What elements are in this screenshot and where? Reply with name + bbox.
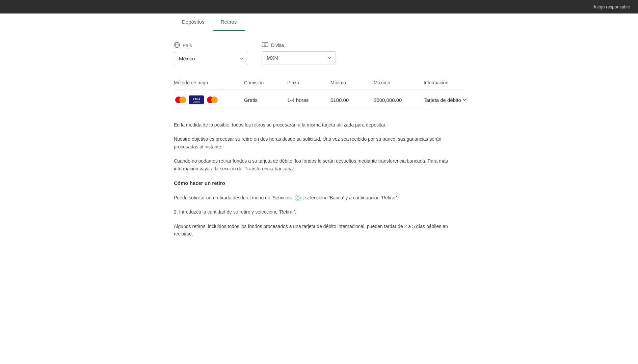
- header-plazo: Plazo: [287, 80, 328, 85]
- divisa-group: Divisa MXN USD EUR: [262, 42, 336, 65]
- top-bar: Juego responsable: [0, 0, 638, 13]
- payment-table: Método de pago Comisión Plazo Mínimo Máx…: [174, 77, 464, 110]
- responsible-gaming-link[interactable]: Juego responsable: [593, 4, 630, 9]
- info-heading-retiro: Cómo hacer un retiro: [174, 179, 464, 187]
- comision-value: Gratis: [244, 97, 285, 103]
- info-dropdown[interactable]: Tarjeta de débito: [424, 97, 484, 103]
- pais-group: País México España Argentina: [174, 42, 248, 65]
- svg-rect-4: [263, 43, 264, 47]
- tabs-nav: Depósitos Retiros: [174, 13, 464, 31]
- header-minimo: Mínimo: [330, 80, 371, 85]
- minimo-value: $100.00: [330, 97, 371, 103]
- table-row: VISA DEBIT Gratis 1-4 horas $100.00 $500…: [174, 90, 464, 110]
- info-paragraph-5: Puede solicitar una retirada desde el me…: [174, 194, 464, 201]
- info-paragraph-3: Cuando no podamos retirar fondos a su ta…: [174, 157, 464, 172]
- info-paragraph-1: En la medida de lo posible, todos los re…: [174, 121, 464, 129]
- divisa-label-text: Divisa: [271, 43, 284, 48]
- dropdowns-row: País México España Argentina Divisa: [174, 42, 464, 65]
- pais-label: País: [174, 42, 248, 49]
- info-paragraph-7: Algunos retiros, incluidos todos los fon…: [174, 223, 464, 238]
- visa-debit-card: VISA DEBIT: [189, 95, 204, 105]
- mc-orange-circle: [211, 96, 218, 103]
- svg-rect-5: [267, 43, 267, 47]
- svg-rect-3: [262, 43, 268, 47]
- tab-retiros[interactable]: Retiros: [213, 13, 245, 31]
- header-informacion: Información: [424, 80, 484, 85]
- header-comision: Comisión: [244, 80, 285, 85]
- svg-point-6: [264, 44, 266, 46]
- services-icon: [295, 195, 301, 201]
- maximo-value: $500,000.00: [374, 97, 421, 103]
- table-header: Método de pago Comisión Plazo Mínimo Máx…: [174, 77, 464, 90]
- info-section: En la medida de lo posible, todos los re…: [174, 121, 464, 238]
- payment-logos: VISA DEBIT: [174, 95, 241, 105]
- maestro-card: [174, 95, 187, 105]
- info-paragraph-6: 2. Introduzca la cantidad de su retiro y…: [174, 208, 464, 216]
- pais-select[interactable]: México España Argentina: [174, 52, 248, 65]
- mastercard-card: [206, 95, 219, 105]
- plazo-value: 1-4 horas: [287, 97, 328, 103]
- main-content: Depósitos Retiros País México España Arg…: [167, 13, 471, 258]
- maestro-orange-circle: [179, 96, 186, 103]
- info-paragraph-2: Nuestro objetivo es procesar su retiro e…: [174, 135, 464, 150]
- visa-text: VISA: [193, 97, 201, 101]
- debit-text: DEBIT: [193, 101, 201, 103]
- divisa-label: Divisa: [262, 42, 336, 49]
- maestro-circles: [175, 96, 186, 103]
- mc-circles: [207, 96, 218, 103]
- pais-label-text: País: [183, 43, 192, 48]
- divisa-select[interactable]: MXN USD EUR: [262, 51, 336, 64]
- tab-depositos[interactable]: Depósitos: [174, 13, 213, 31]
- globe-icon: [174, 42, 180, 49]
- header-maximo: Máximo: [374, 80, 421, 85]
- header-metodo-pago: Método de pago: [174, 80, 241, 85]
- chevron-down-icon: [462, 97, 467, 102]
- info-dropdown-label: Tarjeta de débito: [424, 97, 461, 103]
- currency-icon: [262, 42, 268, 49]
